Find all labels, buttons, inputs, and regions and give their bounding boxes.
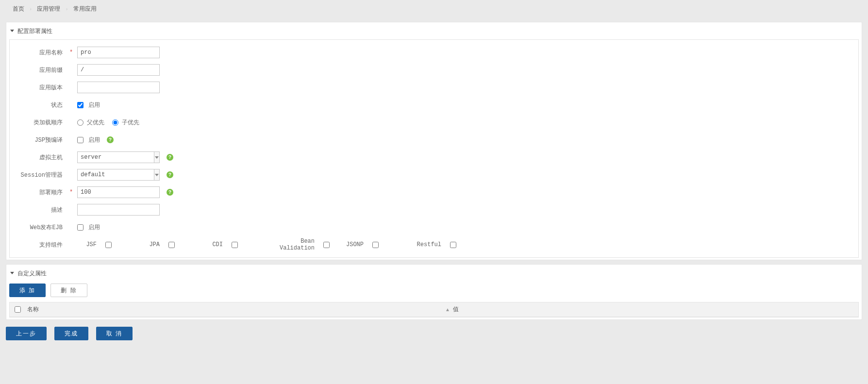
- label-webejb-enable: 启用: [88, 223, 100, 232]
- label-comp-cdi: CDI: [203, 241, 223, 248]
- crumb-current[interactable]: 常用应用: [73, 5, 97, 12]
- checkbox-jsp-precompile[interactable]: [77, 137, 83, 143]
- cancel-button[interactable]: 取 消: [96, 327, 133, 340]
- crumb-app-mgmt[interactable]: 应用管理: [37, 5, 60, 12]
- label-comp-jpa: JPA: [140, 241, 160, 248]
- input-app-name[interactable]: [77, 47, 160, 58]
- label-virtual-host: 虚拟主机: [12, 153, 67, 162]
- panel-custom-props: 自定义属性 添 加 删 除 名称 ▲值: [6, 264, 862, 320]
- delete-button[interactable]: 删 除: [50, 284, 87, 297]
- label-status: 状态: [12, 101, 67, 109]
- checkbox-comp-jpa[interactable]: [168, 242, 175, 248]
- radio-parent-first[interactable]: [77, 119, 83, 126]
- caret-down-icon[interactable]: [10, 272, 14, 274]
- combo-input-session-manager[interactable]: [77, 169, 154, 181]
- label-comp-beanval: Bean Validation: [267, 238, 315, 251]
- chevron-down-icon: [155, 174, 159, 176]
- label-child-first: 子优先: [122, 119, 139, 126]
- checkbox-comp-restful[interactable]: [450, 242, 456, 248]
- checkbox-comp-cdi[interactable]: [232, 242, 238, 248]
- column-header-name[interactable]: 名称: [27, 305, 39, 314]
- label-comp-jsf: JSF: [77, 241, 97, 248]
- required-mark: *: [69, 189, 74, 196]
- chevron-down-icon: [155, 156, 159, 159]
- label-jsp-precompile: JSP预编译: [12, 136, 67, 144]
- label-jsp-enable: 启用: [88, 136, 100, 144]
- panel-title: 配置部署属性: [17, 28, 52, 34]
- help-icon[interactable]: ?: [167, 171, 173, 178]
- prev-step-button[interactable]: 上一步: [6, 327, 47, 340]
- help-icon[interactable]: ?: [167, 154, 173, 161]
- chevron-right-icon: ›: [30, 6, 32, 12]
- chevron-right-icon: ›: [66, 6, 68, 12]
- label-app-name: 应用名称: [12, 49, 67, 57]
- label-deploy-order: 部署顺序: [12, 188, 67, 197]
- combo-trigger-virtual-host[interactable]: [154, 151, 160, 163]
- input-deploy-order[interactable]: [77, 186, 160, 198]
- help-icon[interactable]: ?: [107, 136, 114, 143]
- combo-input-virtual-host[interactable]: [77, 151, 154, 163]
- label-app-version: 应用版本: [12, 83, 67, 92]
- checkbox-select-all[interactable]: [15, 306, 21, 313]
- label-comp-restful: Restful: [407, 241, 441, 248]
- caret-down-icon[interactable]: [10, 30, 14, 32]
- label-enable: 启用: [88, 101, 100, 109]
- label-components: 支持组件: [12, 241, 67, 249]
- panel-title: 自定义属性: [17, 270, 47, 277]
- label-comp-jsonp: JSONP: [330, 241, 364, 248]
- input-description[interactable]: [77, 204, 160, 216]
- footer-actions: 上一步 完成 取 消: [6, 327, 862, 340]
- checkbox-comp-beanval[interactable]: [323, 242, 330, 248]
- combo-virtual-host[interactable]: [77, 151, 160, 163]
- add-button[interactable]: 添 加: [9, 284, 46, 297]
- checkbox-web-ejb[interactable]: [77, 224, 83, 231]
- input-app-version[interactable]: [77, 82, 160, 93]
- custom-props-table: 名称 ▲值: [9, 302, 859, 317]
- help-icon[interactable]: ?: [167, 189, 173, 196]
- label-parent-first: 父优先: [87, 119, 104, 126]
- label-web-ejb: Web发布EJB: [12, 223, 67, 232]
- label-description: 描述: [12, 206, 67, 214]
- label-class-load-order: 类加载顺序: [12, 118, 67, 127]
- checkbox-comp-jsf[interactable]: [105, 242, 112, 248]
- combo-trigger-session-manager[interactable]: [154, 169, 160, 181]
- crumb-home[interactable]: 首页: [13, 5, 24, 12]
- finish-button[interactable]: 完成: [54, 327, 88, 340]
- checkbox-comp-jsonp[interactable]: [372, 242, 379, 248]
- required-mark: *: [69, 49, 74, 56]
- input-app-prefix[interactable]: [77, 64, 160, 76]
- sort-icon[interactable]: ▲: [445, 307, 450, 312]
- radio-child-first[interactable]: [112, 119, 118, 126]
- breadcrumb: 首页 › 应用管理 › 常用应用: [6, 0, 862, 18]
- label-app-prefix: 应用前缀: [12, 66, 67, 74]
- checkbox-status-enable[interactable]: [77, 102, 83, 108]
- column-header-value[interactable]: 值: [453, 305, 459, 314]
- panel-deploy-config: 配置部署属性 应用名称 * 应用前缀 应用版本 状态: [6, 22, 862, 260]
- label-session-manager: Session管理器: [12, 171, 67, 179]
- combo-session-manager[interactable]: [77, 169, 160, 181]
